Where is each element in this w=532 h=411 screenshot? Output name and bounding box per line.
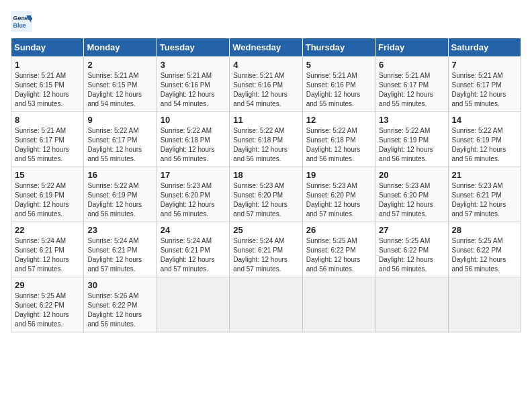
day-number: 16 xyxy=(87,170,152,180)
calendar-cell: 12 Sunrise: 5:22 AM Sunset: 6:18 PM Dayl… xyxy=(302,112,375,167)
weekday-saturday: Saturday xyxy=(448,38,521,57)
day-number: 17 xyxy=(161,170,226,180)
day-number: 12 xyxy=(306,115,371,125)
calendar-cell: 1 Sunrise: 5:21 AM Sunset: 6:15 PM Dayli… xyxy=(11,57,84,112)
day-number: 8 xyxy=(15,115,80,125)
day-info: Sunrise: 5:22 AM Sunset: 6:18 PM Dayligh… xyxy=(306,126,371,164)
day-info: Sunrise: 5:22 AM Sunset: 6:17 PM Dayligh… xyxy=(87,126,152,164)
day-number: 11 xyxy=(233,115,298,125)
day-info: Sunrise: 5:23 AM Sunset: 6:20 PM Dayligh… xyxy=(379,181,444,219)
calendar-cell: 15 Sunrise: 5:22 AM Sunset: 6:19 PM Dayl… xyxy=(11,167,84,222)
calendar-cell xyxy=(157,277,229,332)
calendar-cell xyxy=(302,277,375,332)
calendar-week-1: 1 Sunrise: 5:21 AM Sunset: 6:15 PM Dayli… xyxy=(11,57,521,112)
day-number: 29 xyxy=(15,280,80,290)
day-number: 26 xyxy=(306,225,371,235)
page-header: General Blue xyxy=(11,11,521,32)
day-number: 14 xyxy=(452,115,517,125)
calendar-cell: 3 Sunrise: 5:21 AM Sunset: 6:16 PM Dayli… xyxy=(157,57,229,112)
day-info: Sunrise: 5:25 AM Sunset: 6:22 PM Dayligh… xyxy=(452,236,517,274)
day-info: Sunrise: 5:24 AM Sunset: 6:21 PM Dayligh… xyxy=(161,236,226,274)
day-info: Sunrise: 5:22 AM Sunset: 6:18 PM Dayligh… xyxy=(161,126,226,164)
day-number: 27 xyxy=(379,225,444,235)
day-number: 15 xyxy=(15,170,80,180)
calendar-week-2: 8 Sunrise: 5:21 AM Sunset: 6:17 PM Dayli… xyxy=(11,112,521,167)
calendar-cell: 28 Sunrise: 5:25 AM Sunset: 6:22 PM Dayl… xyxy=(448,222,521,277)
calendar-week-4: 22 Sunrise: 5:24 AM Sunset: 6:21 PM Dayl… xyxy=(11,222,521,277)
day-number: 23 xyxy=(87,225,152,235)
weekday-monday: Monday xyxy=(84,38,157,57)
calendar-cell: 4 Sunrise: 5:21 AM Sunset: 6:16 PM Dayli… xyxy=(230,57,302,112)
day-number: 9 xyxy=(87,115,152,125)
calendar-week-5: 29 Sunrise: 5:25 AM Sunset: 6:22 PM Dayl… xyxy=(11,277,521,332)
day-number: 6 xyxy=(379,60,444,70)
calendar-cell: 25 Sunrise: 5:24 AM Sunset: 6:21 PM Dayl… xyxy=(230,222,302,277)
calendar-cell: 6 Sunrise: 5:21 AM Sunset: 6:17 PM Dayli… xyxy=(375,57,448,112)
weekday-wednesday: Wednesday xyxy=(230,38,302,57)
day-number: 13 xyxy=(379,115,444,125)
day-info: Sunrise: 5:21 AM Sunset: 6:17 PM Dayligh… xyxy=(379,71,444,109)
day-number: 7 xyxy=(452,60,517,70)
calendar-cell xyxy=(230,277,302,332)
logo-icon: General Blue xyxy=(11,11,32,32)
calendar-cell: 23 Sunrise: 5:24 AM Sunset: 6:21 PM Dayl… xyxy=(84,222,157,277)
calendar-week-3: 15 Sunrise: 5:22 AM Sunset: 6:19 PM Dayl… xyxy=(11,167,521,222)
calendar-cell xyxy=(375,277,448,332)
day-number: 1 xyxy=(15,60,80,70)
calendar-cell: 26 Sunrise: 5:25 AM Sunset: 6:22 PM Dayl… xyxy=(302,222,375,277)
day-number: 21 xyxy=(452,170,517,180)
weekday-thursday: Thursday xyxy=(302,38,375,57)
day-number: 18 xyxy=(233,170,298,180)
day-info: Sunrise: 5:21 AM Sunset: 6:17 PM Dayligh… xyxy=(15,126,80,164)
day-number: 19 xyxy=(306,170,371,180)
day-info: Sunrise: 5:25 AM Sunset: 6:22 PM Dayligh… xyxy=(15,291,80,329)
day-info: Sunrise: 5:21 AM Sunset: 6:16 PM Dayligh… xyxy=(233,71,298,109)
day-info: Sunrise: 5:23 AM Sunset: 6:20 PM Dayligh… xyxy=(306,181,371,219)
calendar-cell: 19 Sunrise: 5:23 AM Sunset: 6:20 PM Dayl… xyxy=(302,167,375,222)
day-number: 10 xyxy=(161,115,226,125)
day-info: Sunrise: 5:24 AM Sunset: 6:21 PM Dayligh… xyxy=(87,236,152,274)
day-info: Sunrise: 5:21 AM Sunset: 6:16 PM Dayligh… xyxy=(161,71,226,109)
weekday-sunday: Sunday xyxy=(11,38,84,57)
calendar-cell: 11 Sunrise: 5:22 AM Sunset: 6:18 PM Dayl… xyxy=(230,112,302,167)
day-number: 25 xyxy=(233,225,298,235)
calendar-cell: 5 Sunrise: 5:21 AM Sunset: 6:16 PM Dayli… xyxy=(302,57,375,112)
day-info: Sunrise: 5:21 AM Sunset: 6:15 PM Dayligh… xyxy=(87,71,152,109)
day-number: 22 xyxy=(15,225,80,235)
day-info: Sunrise: 5:24 AM Sunset: 6:21 PM Dayligh… xyxy=(15,236,80,274)
day-info: Sunrise: 5:21 AM Sunset: 6:17 PM Dayligh… xyxy=(452,71,517,109)
day-info: Sunrise: 5:24 AM Sunset: 6:21 PM Dayligh… xyxy=(233,236,298,274)
calendar-cell: 13 Sunrise: 5:22 AM Sunset: 6:19 PM Dayl… xyxy=(375,112,448,167)
day-number: 2 xyxy=(87,60,152,70)
day-number: 3 xyxy=(161,60,226,70)
calendar-cell xyxy=(448,277,521,332)
calendar-cell: 24 Sunrise: 5:24 AM Sunset: 6:21 PM Dayl… xyxy=(157,222,229,277)
day-number: 28 xyxy=(452,225,517,235)
calendar-cell: 30 Sunrise: 5:26 AM Sunset: 6:22 PM Dayl… xyxy=(84,277,157,332)
calendar-cell: 20 Sunrise: 5:23 AM Sunset: 6:20 PM Dayl… xyxy=(375,167,448,222)
day-number: 30 xyxy=(87,280,152,290)
weekday-friday: Friday xyxy=(375,38,448,57)
calendar-cell: 10 Sunrise: 5:22 AM Sunset: 6:18 PM Dayl… xyxy=(157,112,229,167)
day-number: 24 xyxy=(161,225,226,235)
calendar-cell: 18 Sunrise: 5:23 AM Sunset: 6:20 PM Dayl… xyxy=(230,167,302,222)
calendar-cell: 14 Sunrise: 5:22 AM Sunset: 6:19 PM Dayl… xyxy=(448,112,521,167)
day-info: Sunrise: 5:21 AM Sunset: 6:16 PM Dayligh… xyxy=(306,71,371,109)
weekday-header-row: SundayMondayTuesdayWednesdayThursdayFrid… xyxy=(11,38,521,57)
logo: General Blue xyxy=(11,11,35,32)
day-info: Sunrise: 5:25 AM Sunset: 6:22 PM Dayligh… xyxy=(306,236,371,274)
calendar-cell: 29 Sunrise: 5:25 AM Sunset: 6:22 PM Dayl… xyxy=(11,277,84,332)
weekday-tuesday: Tuesday xyxy=(157,38,229,57)
calendar-cell: 17 Sunrise: 5:23 AM Sunset: 6:20 PM Dayl… xyxy=(157,167,229,222)
calendar-cell: 2 Sunrise: 5:21 AM Sunset: 6:15 PM Dayli… xyxy=(84,57,157,112)
day-info: Sunrise: 5:25 AM Sunset: 6:22 PM Dayligh… xyxy=(379,236,444,274)
day-info: Sunrise: 5:22 AM Sunset: 6:19 PM Dayligh… xyxy=(452,126,517,164)
day-info: Sunrise: 5:23 AM Sunset: 6:20 PM Dayligh… xyxy=(233,181,298,219)
calendar-table: SundayMondayTuesdayWednesdayThursdayFrid… xyxy=(11,38,521,332)
calendar-body: 1 Sunrise: 5:21 AM Sunset: 6:15 PM Dayli… xyxy=(11,57,521,332)
calendar-cell: 7 Sunrise: 5:21 AM Sunset: 6:17 PM Dayli… xyxy=(448,57,521,112)
calendar-cell: 8 Sunrise: 5:21 AM Sunset: 6:17 PM Dayli… xyxy=(11,112,84,167)
day-info: Sunrise: 5:26 AM Sunset: 6:22 PM Dayligh… xyxy=(87,291,152,329)
calendar-cell: 22 Sunrise: 5:24 AM Sunset: 6:21 PM Dayl… xyxy=(11,222,84,277)
day-info: Sunrise: 5:22 AM Sunset: 6:19 PM Dayligh… xyxy=(379,126,444,164)
